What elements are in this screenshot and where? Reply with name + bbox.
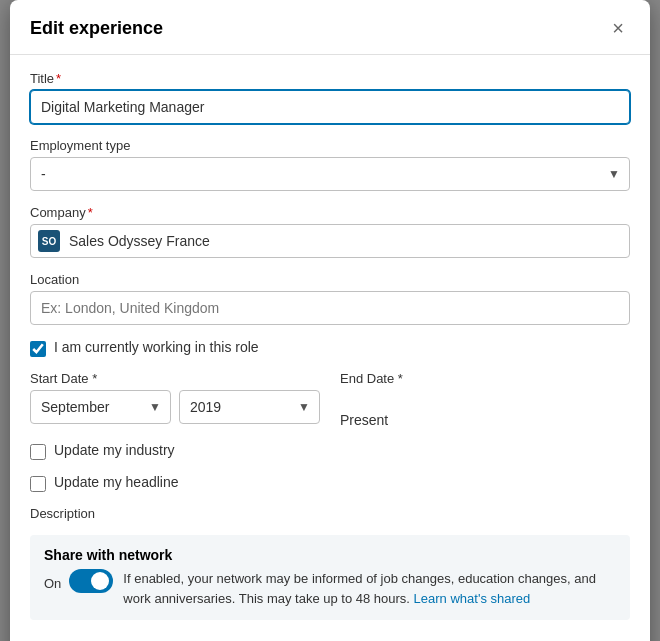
location-input[interactable]	[30, 291, 630, 325]
toggle-wrapper: On	[44, 569, 113, 597]
start-month-wrapper: JanuaryFebruaryMarch AprilMayJune JulyAu…	[30, 390, 171, 424]
share-toggle[interactable]	[69, 569, 113, 593]
currently-working-checkbox[interactable]	[30, 341, 46, 357]
end-date-label: End Date *	[340, 371, 630, 386]
company-input[interactable]	[30, 224, 630, 258]
modal-body: Title* Employment type - Full-time Part-…	[10, 55, 650, 641]
description-group: Description	[30, 506, 630, 521]
employment-type-label: Employment type	[30, 138, 630, 153]
share-network-box: Share with network On If enabled, your n…	[30, 535, 630, 620]
employment-type-select-wrapper: - Full-time Part-time Self-employed Free…	[30, 157, 630, 191]
company-icon: SO	[38, 230, 60, 252]
update-headline-group: Update my headline	[30, 474, 630, 494]
modal-overlay: Edit experience × Title* Employment type…	[0, 0, 660, 641]
currently-working-group: I am currently working in this role	[30, 339, 630, 359]
description-label: Description	[30, 506, 630, 521]
on-label: On	[44, 576, 61, 591]
start-date-label: Start Date *	[30, 371, 320, 386]
location-group: Location	[30, 272, 630, 325]
start-date-group: Start Date * JanuaryFebruaryMarch AprilM…	[30, 371, 320, 428]
employment-type-select[interactable]: - Full-time Part-time Self-employed Free…	[30, 157, 630, 191]
edit-experience-modal: Edit experience × Title* Employment type…	[10, 0, 650, 641]
title-input[interactable]	[30, 90, 630, 124]
company-input-wrapper: SO	[30, 224, 630, 258]
toggle-slider	[69, 569, 113, 593]
currently-working-label[interactable]: I am currently working in this role	[54, 339, 259, 355]
start-date-selects: JanuaryFebruaryMarch AprilMayJune JulyAu…	[30, 390, 320, 424]
start-year-select[interactable]: 202420232022 202120202019 20182017201620…	[179, 390, 320, 424]
company-group: Company* SO	[30, 205, 630, 258]
share-network-row: On If enabled, your network may be infor…	[44, 569, 616, 608]
company-label: Company*	[30, 205, 630, 220]
update-industry-checkbox[interactable]	[30, 444, 46, 460]
modal-header: Edit experience ×	[10, 0, 650, 55]
start-year-wrapper: 202420232022 202120202019 20182017201620…	[179, 390, 320, 424]
date-row: Start Date * JanuaryFebruaryMarch AprilM…	[30, 371, 630, 428]
start-month-select[interactable]: JanuaryFebruaryMarch AprilMayJune JulyAu…	[30, 390, 171, 424]
title-label: Title*	[30, 71, 630, 86]
close-button[interactable]: ×	[606, 16, 630, 40]
location-label: Location	[30, 272, 630, 287]
end-date-group: End Date * Present	[340, 371, 630, 428]
update-industry-label[interactable]: Update my industry	[54, 442, 175, 458]
modal-title: Edit experience	[30, 18, 163, 39]
share-description: If enabled, your network may be informed…	[123, 569, 616, 608]
end-date-value: Present	[340, 412, 630, 428]
employment-type-group: Employment type - Full-time Part-time Se…	[30, 138, 630, 191]
title-group: Title*	[30, 71, 630, 124]
share-network-title: Share with network	[44, 547, 616, 563]
learn-whats-shared-link[interactable]: Learn what's shared	[414, 591, 531, 606]
update-industry-group: Update my industry	[30, 442, 630, 462]
update-headline-checkbox[interactable]	[30, 476, 46, 492]
update-headline-label[interactable]: Update my headline	[54, 474, 179, 490]
